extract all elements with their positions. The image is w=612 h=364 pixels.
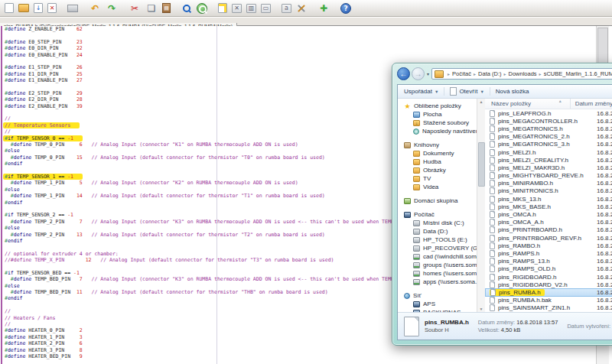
code-token: define (14, 180, 31, 186)
code-line[interactable]: #define HEATER_3_PIN 8 (5, 347, 510, 353)
code-line[interactable]: #define E0_STEP_PIN 23 (5, 39, 510, 45)
cut-icon[interactable]: ✂ (129, 2, 141, 14)
sidebar-item[interactable]: Počítač (398, 210, 477, 219)
undo-icon[interactable]: ↶ (89, 2, 101, 14)
code-line[interactable]: #define HEATER_BED_PIN 9 (5, 353, 510, 359)
back-button[interactable]: ← (397, 67, 410, 80)
breadcrumb-item[interactable]: Data (D:) (477, 70, 502, 77)
file-row[interactable]: pins_MIGHTYBOARD_REVE.h16.8.2018 13:57 (485, 172, 612, 180)
file-row[interactable]: pins_MELZI_CREALITY.h16.8.2018 13:57 (485, 156, 612, 164)
window-close-icon[interactable]: ✕ (232, 4, 242, 13)
file-row[interactable]: pins_RAMPS.h16.8.2018 13:57 (485, 249, 612, 257)
code-line[interactable]: #define Z_ENABLE_PIN 62 (5, 26, 510, 32)
sidebar-item[interactable]: apps (\\users.soma.cz) (Z (398, 278, 477, 286)
new-folder-button[interactable]: Nová složka (496, 88, 529, 95)
sidebar-item[interactable]: cad (\\windchill.soma.cz) (398, 252, 477, 261)
file-row[interactable]: pins_MELZI.h16.8.2018 13:57 (485, 148, 612, 156)
sidebar-item[interactable]: Domácí skupina (398, 197, 477, 205)
file-row[interactable]: pins_MEGATRONICS_3.h16.8.2018 13:57 (485, 141, 612, 148)
copy-icon[interactable]: ❏ (145, 2, 158, 14)
file-row[interactable]: pins_RAMPS_13.h16.8.2018 13:57 (485, 258, 612, 265)
code-line[interactable]: #define E0_ENABLE_PIN 24 (5, 52, 510, 58)
find-in-files-icon[interactable] (197, 3, 207, 14)
plugin-icon[interactable]: ✚ (317, 2, 330, 14)
file-row[interactable]: pins_MELZI_MAKR3D.h16.8.2018 13:57 (485, 164, 612, 171)
sidebar-item-label: Domácí skupina (414, 197, 457, 204)
sidebar-item[interactable]: HP_TOOLS (E:) (398, 236, 477, 244)
file-row[interactable]: pins_LEAPFROG.h16.8.2018 13:57 (485, 109, 612, 117)
code-line[interactable]: #define E0_DIR_PIN 22 (5, 45, 510, 51)
explorer-command-bar: Uspořádat ▼ Otevřít ▼ Nová složka (398, 85, 612, 99)
file-row[interactable]: pins_MINIRAMBO.h16.8.2018 13:57 (485, 180, 612, 187)
organize-button[interactable]: Uspořádat ▼ (404, 88, 438, 95)
scroll-down-icon[interactable]: ▼ (480, 307, 483, 311)
sidebar-item[interactable]: Data (D:) (398, 227, 477, 236)
sidebar-item[interactable]: Stažené soubory (398, 119, 477, 127)
code-token: 25 (76, 71, 83, 77)
file-row[interactable]: pins_MEGACONTROLLER.h16.8.2018 13:57 (485, 117, 612, 125)
sidebar-item[interactable]: Naposledy navštívené (398, 127, 477, 135)
window-minimize-icon[interactable]: ▭ (261, 4, 271, 13)
file-row[interactable]: pins_PRINTRBOARD_REVF.h16.8.2018 13:57 (485, 234, 612, 242)
sidebar-item[interactable]: Obrázky (398, 166, 477, 174)
paste-icon[interactable]: ▤ (162, 3, 171, 13)
sidebar-scrollbar[interactable]: ▲ ▼ (477, 99, 485, 312)
sidebar-item[interactable]: Hudba (398, 158, 477, 166)
sidebar-item[interactable]: TV (398, 174, 477, 183)
file-row[interactable]: pins_MEGATRONICS_2.h16.8.2018 13:57 (485, 133, 612, 141)
sidebar-item[interactable]: Oblíbené položky (398, 102, 477, 110)
open-file-icon[interactable] (18, 4, 29, 12)
window-tile-icon[interactable]: ▥ (246, 4, 256, 13)
breadcrumb-item[interactable]: sCUBE_Marlin_1.1.6_RUMBA (1) (543, 70, 612, 77)
history-caret-icon[interactable]: ▾ (427, 71, 429, 76)
file-row[interactable]: pins_PRINTRBOARD.h16.8.2018 13:57 (485, 226, 612, 234)
print-icon[interactable] (67, 5, 78, 12)
breadcrumb-item[interactable]: Počítač (451, 70, 472, 77)
sidebar-item[interactable]: HP_RECOVERY (G:) (398, 244, 477, 252)
file-row[interactable]: pins_RUMBA.h.bak16.8.2018 13:57 (485, 297, 612, 304)
save-file-icon[interactable]: ↓ (34, 3, 43, 13)
sidebar-item[interactable]: APS (398, 300, 477, 308)
sidebar-item[interactable]: Dokumenty (398, 149, 477, 158)
file-icon (490, 203, 495, 210)
sidebar-item[interactable]: Knihovny (398, 141, 477, 149)
sidebar-item[interactable]: groups (\\users.soma.cz) (398, 261, 477, 269)
settings-icon[interactable] (296, 3, 307, 14)
redo-icon[interactable]: ↷ (106, 2, 118, 14)
file-row[interactable]: pins_RIGIDBOARD_V2.h16.8.2018 13:57 (485, 281, 612, 288)
file-row[interactable]: pins_MKS_BASE.h16.8.2018 13:57 (485, 203, 612, 210)
sidebar-item[interactable]: Místní disk (C:) (398, 219, 477, 227)
code-token (83, 232, 92, 238)
file-row[interactable]: pins_RIGIDBOARD.h16.8.2018 13:57 (485, 273, 612, 281)
code-line[interactable] (5, 32, 510, 38)
toolbar-separator (173, 2, 179, 14)
file-row[interactable]: pins_MEGATRONICS.h16.8.2018 13:57 (485, 125, 612, 132)
find-icon[interactable] (181, 3, 192, 14)
breadcrumb-item[interactable]: Downloads (508, 70, 538, 77)
sidebar-item[interactable]: Plocha (398, 110, 477, 119)
scroll-up-icon[interactable]: ▲ (480, 99, 483, 104)
address-bar[interactable]: ▸ Počítač▸Data (D:)▸Downloads▸sCUBE_Marl… (431, 68, 612, 80)
file-row[interactable]: pins_MINITRONICS.h16.8.2018 13:57 (485, 187, 612, 195)
forward-button[interactable]: → (412, 67, 425, 80)
file-row[interactable]: pins_RUMBA.h16.8.2018 13:57 (485, 288, 612, 296)
column-header-date[interactable]: Datum změny (571, 99, 612, 109)
close-file-icon[interactable]: ✕ (47, 3, 57, 13)
open-button[interactable]: Otevřít ▼ (450, 87, 483, 96)
file-row[interactable]: pins_MKS_13.h16.8.2018 13:57 (485, 195, 612, 203)
column-header-name[interactable]: Název položky ▲ (485, 99, 571, 109)
new-note-icon[interactable] (218, 3, 227, 13)
sidebar-item[interactable]: Síť (398, 291, 477, 300)
down-icon (413, 120, 420, 126)
font-icon[interactable]: a (282, 4, 291, 13)
new-file-icon[interactable] (5, 3, 14, 13)
sidebar-item[interactable]: homes (\\users.soma.cz) (398, 269, 477, 278)
file-row[interactable]: pins_RAMBO.h16.8.2018 13:57 (485, 242, 612, 249)
file-row[interactable]: pins_OMCA.h16.8.2018 13:57 (485, 210, 612, 218)
file-row[interactable]: pins_SAINSMART_ZIN1.h16.8.2018 13:57 (485, 304, 612, 312)
file-row[interactable]: pins_OMCA_A.h16.8.2018 13:57 (485, 219, 612, 226)
sidebar-scrollbar-thumb[interactable] (478, 142, 485, 187)
help-icon[interactable]: ? (340, 3, 351, 14)
sidebar-item[interactable]: Videa (398, 183, 477, 191)
file-row[interactable]: pins_RAMPS_OLD.h16.8.2018 13:57 (485, 265, 612, 273)
